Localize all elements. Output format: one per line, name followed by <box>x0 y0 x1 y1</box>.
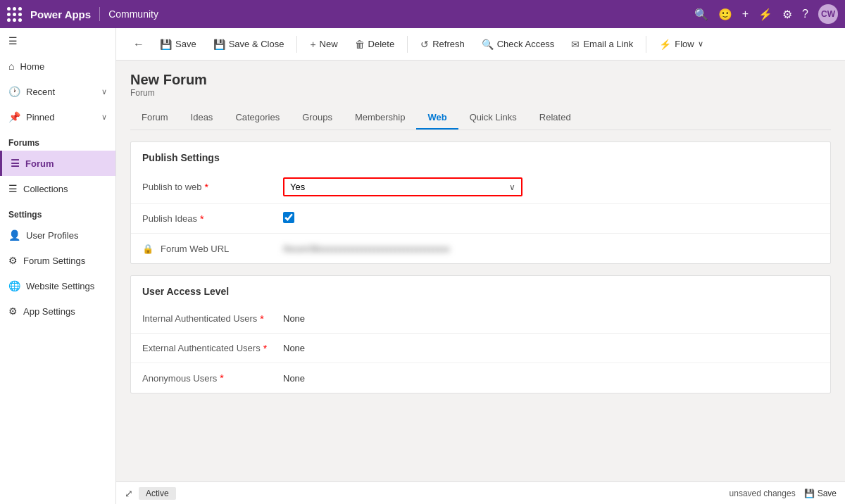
active-status-badge: Active <box>139 487 176 500</box>
status-save-icon: 💾 <box>804 489 815 498</box>
forum-web-url-text: /forum/38xxxxxxxxxxxxxxxxxxxxxxxxxxxxxxx <box>283 244 450 254</box>
sidebar-item-website-settings[interactable]: 🌐 Website Settings <box>0 273 115 298</box>
community-label: Community <box>108 8 158 20</box>
publish-to-web-dropdown[interactable]: Yes No ∨ <box>283 177 522 196</box>
top-bar-icons: 🔍 🙂 + ⚡ ⚙ ? CW <box>694 4 838 24</box>
forum-web-url-row: 🔒 Forum Web URL /forum/38xxxxxxxxxxxxxxx… <box>131 234 830 263</box>
chevron-down-icon-2: ∨ <box>101 113 107 122</box>
sidebar-item-pinned[interactable]: 📌 Pinned ∨ <box>0 104 115 130</box>
save-icon: 💾 <box>160 39 172 50</box>
sidebar-app-settings-label: App Settings <box>23 306 75 317</box>
required-indicator-4: * <box>263 343 267 354</box>
publish-to-web-select[interactable]: Yes No <box>290 182 509 192</box>
internal-auth-value: None <box>283 313 819 324</box>
internal-auth-row: Internal Authenticated Users * None <box>131 304 830 334</box>
lock-icon: 🔒 <box>142 244 154 254</box>
email-link-button[interactable]: ✉ Email a Link <box>564 34 640 54</box>
publish-to-web-row: Publish to web * Yes No ∨ <box>131 170 830 204</box>
anonymous-users-row: Anonymous Users * None <box>131 363 830 393</box>
publish-settings-title: Publish Settings <box>131 142 830 170</box>
help-icon[interactable]: ? <box>802 8 808 20</box>
filter-icon[interactable]: ⚡ <box>758 8 772 21</box>
anonymous-users-value: None <box>283 373 819 384</box>
sidebar-pinned-label: Pinned <box>26 112 54 122</box>
toolbar-divider-1 <box>296 36 297 53</box>
plus-icon[interactable]: + <box>742 8 749 20</box>
flow-chevron-icon: ∨ <box>698 39 703 49</box>
tabs-bar: Forum Ideas Categories Groups Membership… <box>130 106 831 130</box>
sidebar-item-forum-settings[interactable]: ⚙ Forum Settings <box>0 248 115 273</box>
publish-ideas-label: Publish Ideas * <box>142 213 283 225</box>
settings-icon[interactable]: ⚙ <box>782 8 792 21</box>
publish-ideas-row: Publish Ideas * <box>131 204 830 234</box>
expand-icon[interactable]: ⤢ <box>125 488 133 499</box>
sidebar-forum-label: Forum <box>25 158 54 169</box>
sidebar-home-label: Home <box>20 61 44 72</box>
tab-groups[interactable]: Groups <box>291 106 344 130</box>
tab-related[interactable]: Related <box>528 106 582 130</box>
refresh-button[interactable]: ↺ Refresh <box>413 34 472 54</box>
required-indicator: * <box>205 182 208 193</box>
refresh-label: Refresh <box>432 39 465 49</box>
external-auth-row: External Authenticated Users * None <box>131 334 830 363</box>
publish-to-web-value: Yes No ∨ <box>283 177 819 196</box>
forum-icon: ☰ <box>11 158 20 169</box>
sidebar-item-user-profiles[interactable]: 👤 User Profiles <box>0 222 115 248</box>
sidebar-website-settings-label: Website Settings <box>26 281 94 291</box>
status-save-button[interactable]: 💾 Save <box>804 489 837 498</box>
tab-forum[interactable]: Forum <box>130 106 180 130</box>
sidebar-item-forum[interactable]: ☰ Forum <box>0 151 115 176</box>
back-arrow-icon: ← <box>133 38 144 51</box>
tab-web[interactable]: Web <box>416 106 458 130</box>
tab-ideas[interactable]: Ideas <box>180 106 225 130</box>
top-navigation-bar: Power Apps Community 🔍 🙂 + ⚡ ⚙ ? CW <box>0 0 845 28</box>
hamburger-menu[interactable]: ☰ <box>0 28 115 53</box>
new-label: New <box>320 39 338 49</box>
sidebar-item-home[interactable]: ⌂ Home <box>0 53 115 79</box>
page-subtitle: Forum <box>130 88 831 98</box>
required-indicator-5: * <box>220 372 223 384</box>
dropdown-chevron-icon: ∨ <box>509 182 515 192</box>
flow-label: Flow <box>675 39 694 49</box>
sidebar-forum-settings-label: Forum Settings <box>23 256 85 266</box>
search-icon[interactable]: 🔍 <box>694 8 708 21</box>
save-button[interactable]: 💾 Save <box>153 34 204 54</box>
toolbar-divider-3 <box>646 36 646 53</box>
sidebar-item-app-settings[interactable]: ⚙ App Settings <box>0 298 115 324</box>
collections-icon: ☰ <box>8 183 18 194</box>
back-button[interactable]: ← <box>127 34 150 55</box>
recent-icon: 🕐 <box>8 86 20 97</box>
tab-quick-links[interactable]: Quick Links <box>458 106 528 130</box>
tab-membership[interactable]: Membership <box>344 106 417 130</box>
publish-ideas-checkbox[interactable] <box>283 212 294 223</box>
chevron-down-icon: ∨ <box>101 87 107 96</box>
smiley-icon[interactable]: 🙂 <box>718 8 732 21</box>
user-access-card: User Access Level Internal Authenticated… <box>130 275 831 393</box>
save-close-button[interactable]: 💾 Save & Close <box>206 34 292 54</box>
flow-button[interactable]: ⚡ Flow ∨ <box>652 34 710 54</box>
new-button[interactable]: + New <box>303 34 344 54</box>
check-access-button[interactable]: 🔍 Check Access <box>475 34 562 54</box>
status-save-label: Save <box>818 489 837 498</box>
delete-label: Delete <box>368 39 395 49</box>
delete-button[interactable]: 🗑 Delete <box>348 34 402 54</box>
required-indicator-3: * <box>260 313 263 325</box>
anonymous-users-label: Anonymous Users * <box>142 372 283 384</box>
divider <box>99 7 100 21</box>
settings-section-header: Settings <box>0 201 115 222</box>
external-auth-label: External Authenticated Users * <box>142 343 283 354</box>
main-layout: ☰ ⌂ Home 🕐 Recent ∨ 📌 Pinned ∨ Forums ☰ … <box>0 28 845 504</box>
user-avatar[interactable]: CW <box>818 4 838 24</box>
publish-settings-card: Publish Settings Publish to web * Yes No <box>130 141 831 264</box>
tab-categories[interactable]: Categories <box>224 106 291 130</box>
sidebar-item-recent[interactable]: 🕐 Recent ∨ <box>0 79 115 104</box>
user-access-title: User Access Level <box>131 276 830 304</box>
sidebar-item-collections[interactable]: ☰ Collections <box>0 176 115 201</box>
save-label: Save <box>175 39 196 49</box>
pinned-icon: 📌 <box>8 111 20 122</box>
refresh-icon: ↺ <box>420 39 429 50</box>
sidebar: ☰ ⌂ Home 🕐 Recent ∨ 📌 Pinned ∨ Forums ☰ … <box>0 28 116 504</box>
forum-web-url-label: 🔒 Forum Web URL <box>142 244 283 254</box>
app-name: Power Apps <box>30 8 91 20</box>
waffle-menu[interactable] <box>7 7 22 22</box>
